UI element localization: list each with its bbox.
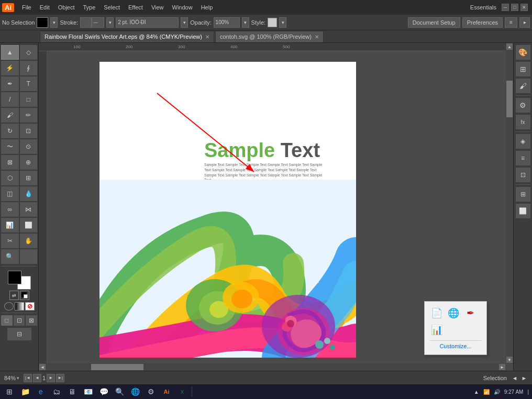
tab-close-contoh[interactable]: ✕ — [315, 34, 319, 40]
tool-text[interactable]: T — [20, 76, 38, 91]
fill-swatch[interactable] — [37, 17, 48, 28]
tool-column-graph[interactable]: 📊 — [1, 218, 19, 232]
stroke-weight-input[interactable] — [116, 17, 179, 28]
app2-btn[interactable]: 📧 — [81, 385, 95, 398]
tool-free-transform[interactable]: ⊠ — [1, 155, 19, 170]
app3-btn[interactable]: 💬 — [96, 385, 111, 398]
app5-btn[interactable]: 🌐 — [128, 385, 142, 398]
brushes-panel-btn[interactable]: 🖌 — [516, 79, 530, 93]
change-screen-btn[interactable]: ⊟ — [7, 328, 31, 340]
tool-magic-wand[interactable]: ⚡ — [1, 61, 19, 75]
swap-colors-btn[interactable]: ⇄ — [9, 291, 19, 300]
tab-close-rainbow[interactable]: ✕ — [205, 34, 209, 40]
align-panel-btn[interactable]: ≡ — [516, 151, 530, 165]
customize-button[interactable]: Customize... — [430, 343, 481, 349]
tool-direct-selection[interactable]: ◇ — [20, 45, 38, 60]
explorer-btn[interactable]: 📁 — [18, 385, 32, 398]
app6-btn[interactable]: ⚙ — [143, 385, 158, 398]
tool-lasso[interactable]: ∮ — [20, 61, 38, 75]
graphic-styles-btn[interactable]: fx — [516, 115, 530, 129]
menu-file[interactable]: File — [18, 3, 35, 12]
status-left-arrow[interactable]: ◄ — [511, 374, 518, 382]
workspace-label[interactable]: Essentials — [466, 4, 501, 10]
tool-slice[interactable]: ✂ — [1, 234, 19, 248]
default-colors-btn[interactable] — [20, 291, 29, 300]
stroke-preset-icon[interactable]: ― — [92, 17, 104, 28]
minimize-btn[interactable]: ─ — [502, 4, 509, 11]
maximize-btn[interactable]: □ — [511, 4, 518, 11]
menu-select[interactable]: Select — [100, 3, 124, 12]
excel-taskbar-btn[interactable]: x — [175, 385, 190, 398]
symbols-panel-btn[interactable]: ⚙ — [516, 98, 530, 113]
layers-panel-btn[interactable]: ⊞ — [516, 187, 530, 202]
tool-gradient[interactable]: ◫ — [1, 186, 19, 201]
tool-paintbrush[interactable]: 🖌 — [1, 108, 19, 123]
tab-contoh[interactable]: contoh.svg @ 100% (RGB/Preview) ✕ — [215, 31, 324, 42]
popup-icon-web[interactable]: 🌐 — [447, 307, 460, 319]
opacity-input[interactable] — [214, 17, 240, 28]
draw-normal-btn[interactable]: □ — [1, 315, 13, 326]
appearance-panel-btn[interactable]: ◈ — [516, 134, 530, 149]
tool-selection[interactable]: ▲ — [1, 45, 19, 60]
status-right-arrow[interactable]: ► — [520, 374, 528, 382]
popup-icon-pen[interactable]: ✒ — [463, 307, 477, 319]
color-panel-btn[interactable]: 🎨 — [516, 45, 530, 60]
popup-icon-chart[interactable]: 📊 — [430, 324, 444, 336]
menu-effect[interactable]: Effect — [125, 3, 147, 12]
scroll-right-btn[interactable]: ► — [498, 363, 506, 371]
tool-hand[interactable]: ✋ — [20, 234, 38, 248]
stroke-arrow[interactable]: ▾ — [106, 17, 114, 28]
tool-zoom[interactable]: 🔍 — [1, 249, 19, 264]
start-button[interactable]: ⊞ — [2, 385, 17, 398]
scroll-up-btn[interactable]: ▲ — [506, 43, 513, 50]
menu-window[interactable]: Window — [169, 3, 196, 12]
style-swatch[interactable] — [268, 18, 277, 27]
tool-scale[interactable]: ⊡ — [20, 124, 38, 138]
hscroll-thumb[interactable] — [91, 364, 143, 370]
workspace-options-btn[interactable]: ▸ — [519, 17, 530, 28]
gradient-mode-btn[interactable] — [15, 302, 24, 311]
scroll-left-btn[interactable]: ◄ — [39, 363, 46, 371]
folder-btn[interactable]: 🗂 — [49, 385, 64, 398]
prev-page-btn[interactable]: ◄ — [33, 374, 41, 382]
menu-object[interactable]: Object — [54, 3, 79, 12]
tool-mesh[interactable]: ⊞ — [20, 171, 38, 185]
show-desktop-btn[interactable]: | — [526, 389, 530, 395]
swatches-panel-btn[interactable]: ⊞ — [516, 62, 530, 76]
tool-line[interactable]: / — [1, 92, 19, 107]
scroll-thumb[interactable] — [506, 81, 513, 117]
stroke-swatch[interactable] — [80, 17, 92, 28]
menu-view[interactable]: View — [148, 3, 168, 12]
fill-color-swatch[interactable] — [8, 271, 21, 284]
tool-shapebuilder[interactable]: ⊕ — [20, 155, 38, 170]
opacity-arrow[interactable]: ▾ — [242, 17, 249, 28]
stroke-weight-arrow[interactable]: ▾ — [181, 17, 188, 28]
next-page-btn[interactable]: ► — [47, 374, 55, 382]
artboards-panel-btn[interactable]: ⬜ — [516, 204, 530, 218]
canvas-area[interactable]: 100 200 300 400 500 — [39, 43, 513, 371]
draw-outside-btn[interactable]: ⊠ — [26, 315, 37, 326]
tool-rectangle[interactable]: □ — [20, 92, 38, 107]
menu-type[interactable]: Type — [80, 3, 99, 12]
last-page-btn[interactable]: ►| — [56, 374, 64, 382]
app1-btn[interactable]: 🖥 — [65, 385, 80, 398]
tool-eyedropper[interactable]: 💧 — [20, 186, 38, 201]
preferences-button[interactable]: Preferences — [462, 17, 503, 28]
tool-livetrace[interactable]: ⋈ — [20, 202, 38, 217]
none-mode-btn[interactable]: ⊘ — [25, 302, 35, 311]
fill-arrow[interactable]: ▾ — [50, 17, 58, 28]
transform-panel-btn[interactable]: ⊡ — [516, 168, 530, 182]
menu-help[interactable]: Help — [197, 3, 217, 12]
style-arrow[interactable]: ▾ — [279, 17, 286, 28]
document-setup-button[interactable]: Document Setup — [408, 17, 460, 28]
tool-rotate[interactable]: ↻ — [1, 124, 19, 138]
tool-perspective[interactable]: ⬡ — [1, 171, 19, 185]
menu-edit[interactable]: Edit — [36, 3, 53, 12]
draw-inside-btn[interactable]: ⊡ — [14, 315, 25, 326]
tab-rainbow[interactable]: Rainbow Floral Swirls Vector Art.eps @ 8… — [40, 31, 214, 42]
more-options-btn[interactable]: ≡ — [505, 17, 517, 28]
tool-blend[interactable]: ∞ — [1, 202, 19, 217]
tool-pencil[interactable]: ✏ — [20, 108, 38, 123]
color-mode-btn[interactable] — [4, 302, 14, 311]
tool-artboard[interactable]: ⬜ — [20, 218, 38, 232]
